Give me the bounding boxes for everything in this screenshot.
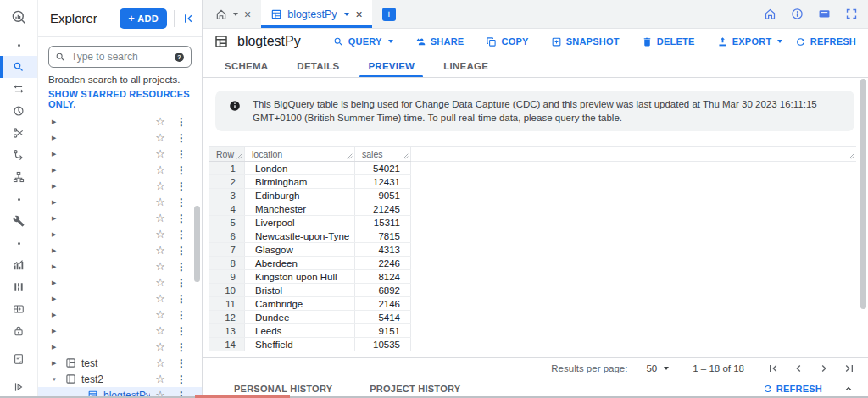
- tree-item-project[interactable]: ▶ ☆ ⋮: [38, 323, 202, 339]
- expand-caret-icon[interactable]: ▶: [52, 151, 60, 158]
- tab-lineage[interactable]: LINEAGE: [429, 54, 503, 77]
- star-icon[interactable]: ☆: [155, 180, 165, 191]
- snapshot-button[interactable]: SNAPSHOT: [551, 36, 620, 47]
- tree-item-project[interactable]: ▶ ☆ ⋮: [38, 178, 202, 194]
- expand-caret-icon[interactable]: ▶: [52, 183, 60, 190]
- help-icon[interactable]: ?: [174, 52, 185, 63]
- star-icon[interactable]: ☆: [155, 277, 165, 288]
- column-resize-icon[interactable]: [236, 153, 242, 159]
- collapse-panel-icon[interactable]: [181, 12, 195, 25]
- star-icon[interactable]: ☆: [155, 116, 165, 127]
- expand-caret-icon[interactable]: ▶: [52, 135, 60, 141]
- more-menu-icon[interactable]: ⋮: [176, 358, 186, 368]
- query-button[interactable]: QUERY: [333, 36, 393, 47]
- more-menu-icon[interactable]: ⋮: [176, 149, 186, 159]
- first-page-icon[interactable]: [766, 362, 780, 375]
- rail-release-notes-icon[interactable]: [0, 348, 37, 370]
- column-resize-icon[interactable]: [849, 153, 854, 159]
- prev-page-icon[interactable]: [792, 362, 805, 375]
- rail-data-lineage-icon[interactable]: [0, 166, 37, 188]
- expand-caret-icon[interactable]: ▶: [52, 215, 60, 222]
- star-icon[interactable]: ☆: [155, 357, 165, 368]
- rail-partner-center-icon[interactable]: [0, 276, 37, 298]
- star-icon[interactable]: ☆: [155, 196, 165, 207]
- expand-caret-icon[interactable]: ▶: [52, 279, 60, 286]
- tree-item-project[interactable]: ▶ ☆ ⋮: [38, 242, 202, 258]
- new-tab-button[interactable]: +: [382, 8, 396, 21]
- explorer-scrollbar[interactable]: [194, 206, 200, 282]
- rail-scheduled-queries-icon[interactable]: [0, 100, 37, 122]
- add-button[interactable]: +ADD: [120, 8, 167, 29]
- column-header-row[interactable]: Row: [209, 147, 245, 162]
- more-menu-icon[interactable]: ⋮: [176, 326, 186, 336]
- copy-button[interactable]: COPY: [486, 36, 528, 47]
- chevron-down-icon[interactable]: [344, 13, 349, 16]
- tree-item-project[interactable]: ▶ ☆ ⋮: [38, 274, 202, 290]
- search-box[interactable]: ?: [48, 46, 192, 68]
- expand-caret-icon[interactable]: ▶: [52, 119, 60, 125]
- star-icon[interactable]: ☆: [155, 245, 165, 256]
- search-input[interactable]: [71, 51, 169, 63]
- more-menu-icon[interactable]: ⋮: [176, 197, 186, 207]
- chevron-down-icon[interactable]: [233, 13, 238, 16]
- star-icon[interactable]: ☆: [155, 325, 165, 336]
- refresh-button[interactable]: REFRESH: [795, 36, 856, 47]
- expand-caret-icon[interactable]: ▶: [52, 296, 60, 302]
- tree-item-project[interactable]: ▶ ☆ ⋮: [38, 226, 202, 242]
- delete-button[interactable]: DELETE: [642, 36, 695, 47]
- more-menu-icon[interactable]: ⋮: [176, 278, 186, 288]
- show-starred-link[interactable]: SHOW STARRED RESOURCES ONLY.: [38, 85, 202, 113]
- rail-governance-icon[interactable]: [0, 320, 37, 342]
- page-size-select[interactable]: 50: [646, 363, 669, 373]
- tree-item-project[interactable]: ▶ ☆ ⋮: [38, 307, 202, 323]
- export-button[interactable]: EXPORT: [717, 36, 783, 47]
- more-menu-icon[interactable]: ⋮: [176, 165, 186, 175]
- tree-item-project[interactable]: ▶ ☆ ⋮: [38, 258, 202, 274]
- rail-analytics-hub-icon[interactable]: [0, 122, 37, 144]
- star-icon[interactable]: ☆: [155, 132, 165, 143]
- home-tab[interactable]: ×: [203, 0, 261, 28]
- close-icon[interactable]: ×: [244, 8, 251, 21]
- home-icon[interactable]: [764, 8, 776, 20]
- more-menu-icon[interactable]: ⋮: [176, 294, 186, 304]
- tree-item-dataset-test2[interactable]: ▼ test2 ☆ ⋮: [38, 371, 202, 387]
- tab-preview[interactable]: PREVIEW: [353, 54, 429, 77]
- more-menu-icon[interactable]: ⋮: [176, 246, 186, 256]
- feedback-card-icon[interactable]: [818, 8, 831, 20]
- rail-sql-workspace-icon[interactable]: [0, 56, 37, 78]
- expand-caret-icon[interactable]: ▶: [52, 231, 60, 238]
- tree-item-project[interactable]: ▶ ☆ ⋮: [38, 194, 202, 210]
- tree-item-project[interactable]: ▶ ☆ ⋮: [38, 146, 202, 162]
- column-resize-icon[interactable]: [403, 153, 409, 159]
- rail-expand-panel-icon[interactable]: [0, 376, 37, 398]
- fullscreen-icon[interactable]: [845, 8, 858, 20]
- history-refresh-button[interactable]: REFRESH: [763, 384, 822, 394]
- expand-caret-icon[interactable]: ▶: [52, 199, 60, 206]
- star-icon[interactable]: ☆: [155, 148, 165, 159]
- project-history-tab[interactable]: PROJECT HISTORY: [370, 384, 460, 394]
- personal-history-tab[interactable]: PERSONAL HISTORY: [234, 384, 332, 394]
- star-icon[interactable]: ☆: [155, 293, 165, 304]
- star-icon[interactable]: ☆: [155, 261, 165, 272]
- expand-caret-icon[interactable]: ▶: [52, 312, 60, 318]
- tab-schema[interactable]: SCHEMA: [210, 54, 282, 77]
- more-menu-icon[interactable]: ⋮: [176, 181, 186, 191]
- collapse-caret-icon[interactable]: ▼: [52, 377, 60, 382]
- tree-item-project[interactable]: ▶ ☆ ⋮: [38, 162, 202, 178]
- more-menu-icon[interactable]: ⋮: [176, 342, 186, 352]
- expand-caret-icon[interactable]: ▶: [52, 344, 60, 351]
- rail-bi-engine-icon[interactable]: [0, 298, 37, 320]
- more-menu-icon[interactable]: ⋮: [176, 229, 186, 240]
- more-menu-icon[interactable]: ⋮: [176, 213, 186, 224]
- collapse-history-icon[interactable]: [843, 383, 854, 395]
- share-button[interactable]: SHARE: [415, 36, 465, 47]
- more-menu-icon[interactable]: ⋮: [176, 374, 186, 384]
- next-page-icon[interactable]: [817, 362, 831, 375]
- tree-item-dataset-test[interactable]: ▶ test ☆ ⋮: [38, 355, 202, 371]
- column-header-location[interactable]: location: [245, 147, 355, 162]
- info-icon[interactable]: [791, 8, 804, 20]
- rail-data-transfers-icon[interactable]: [0, 78, 37, 100]
- rail-monitoring-icon[interactable]: [0, 254, 37, 276]
- star-icon[interactable]: ☆: [155, 229, 165, 240]
- more-menu-icon[interactable]: ⋮: [176, 133, 186, 143]
